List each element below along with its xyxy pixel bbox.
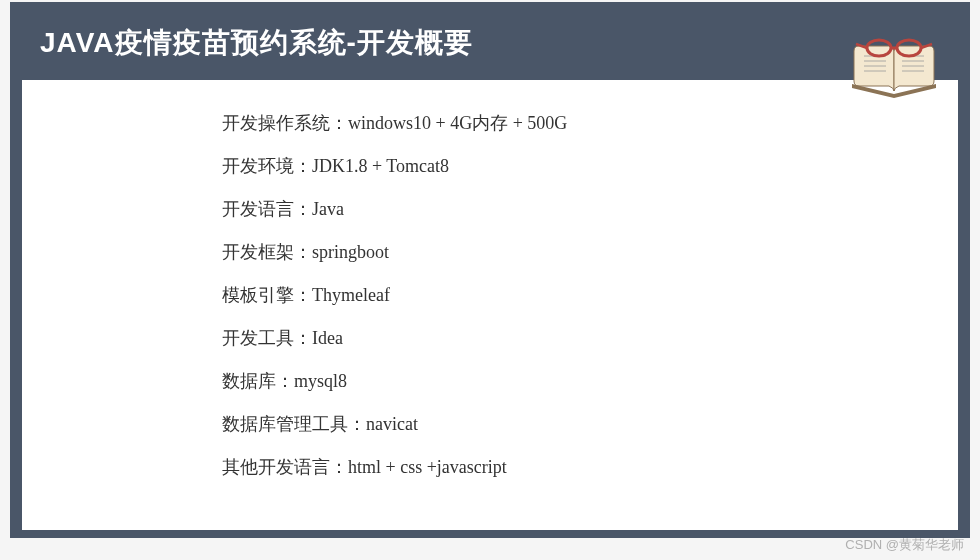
spec-line: 开发环境：JDK1.8 + Tomcat8 (222, 153, 918, 180)
spec-line: 开发操作系统：windows10 + 4G内存 + 500G (222, 110, 918, 137)
spec-line: 数据库：mysql8 (222, 368, 918, 395)
spec-line: 开发语言：Java (222, 196, 918, 223)
page-title: JAVA疫情疫苗预约系统-开发概要 (40, 24, 940, 62)
slide-header: JAVA疫情疫苗预约系统-开发概要 (20, 12, 960, 80)
book-glasses-icon (844, 26, 944, 106)
spec-line: 其他开发语言：html + css +javascript (222, 454, 918, 481)
spec-line: 模板引擎：Thymeleaf (222, 282, 918, 309)
watermark-text: CSDN @黄菊华老师 (845, 536, 964, 554)
spec-line: 开发框架：springboot (222, 239, 918, 266)
spec-line: 数据库管理工具：navicat (222, 411, 918, 438)
spec-line: 开发工具：Idea (222, 325, 918, 352)
content-area: 开发操作系统：windows10 + 4G内存 + 500G 开发环境：JDK1… (22, 80, 958, 530)
slide-container: JAVA疫情疫苗预约系统-开发概要 开发操作系统：windows10 + 4G内… (10, 2, 970, 538)
